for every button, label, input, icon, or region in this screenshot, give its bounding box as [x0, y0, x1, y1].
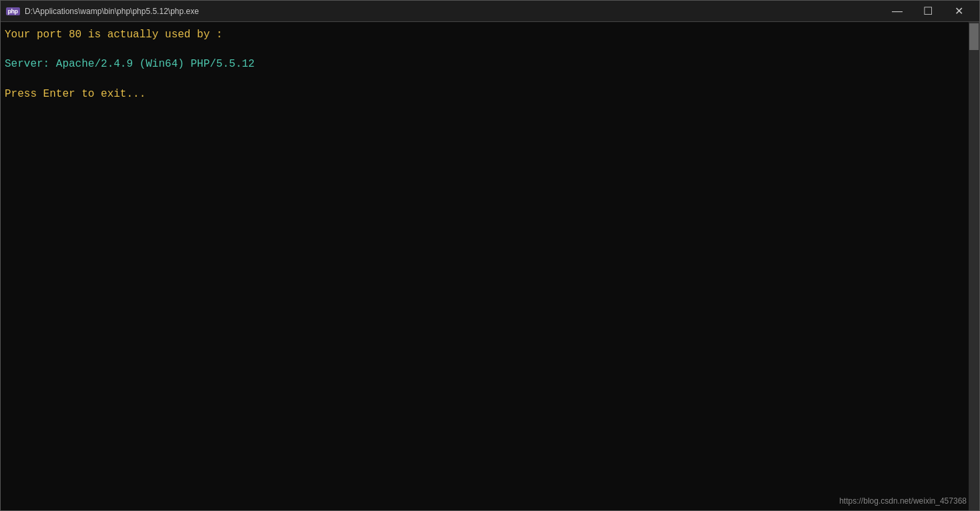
console-line-2: [5, 42, 965, 57]
close-button[interactable]: ✕: [943, 1, 974, 22]
scrollbar-track[interactable]: [969, 22, 979, 510]
window-title: D:\Applications\wamp\bin\php\php5.5.12\p…: [25, 7, 882, 16]
scrollbar-thumb[interactable]: [969, 23, 979, 50]
window-controls: — ☐ ✕: [882, 1, 974, 22]
console-output: Your port 80 is actually used by : Serve…: [1, 22, 969, 510]
php-icon-label: php: [6, 7, 20, 15]
console-window: php D:\Applications\wamp\bin\php\php5.5.…: [0, 0, 980, 511]
console-line-5: Press Enter to exit...: [5, 87, 965, 101]
watermark-text: https://blog.csdn.net/weixin_457368: [839, 496, 967, 506]
console-line-3: Server: Apache/2.4.9 (Win64) PHP/5.5.12: [5, 57, 965, 71]
app-icon: php: [6, 7, 19, 16]
console-line-4: [5, 72, 965, 87]
minimize-button[interactable]: —: [882, 1, 913, 22]
window-body: Your port 80 is actually used by : Serve…: [1, 22, 979, 510]
title-bar: php D:\Applications\wamp\bin\php\php5.5.…: [1, 1, 979, 22]
restore-button[interactable]: ☐: [913, 1, 943, 22]
console-line-1: Your port 80 is actually used by :: [5, 27, 965, 42]
